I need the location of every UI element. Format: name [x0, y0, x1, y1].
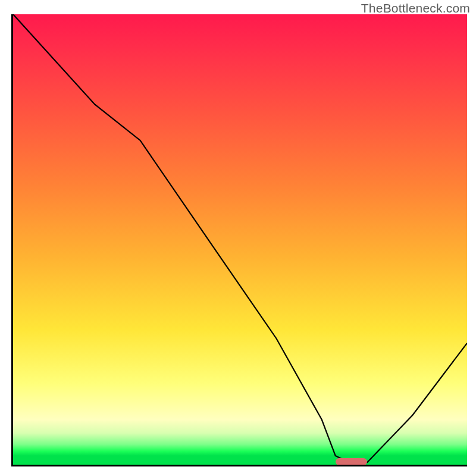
watermark-text: TheBottleneck.com	[361, 1, 470, 15]
curve-path	[13, 14, 467, 462]
bottleneck-curve	[13, 14, 467, 465]
chart-plot-area	[11, 14, 467, 466]
optimal-marker	[336, 458, 367, 465]
